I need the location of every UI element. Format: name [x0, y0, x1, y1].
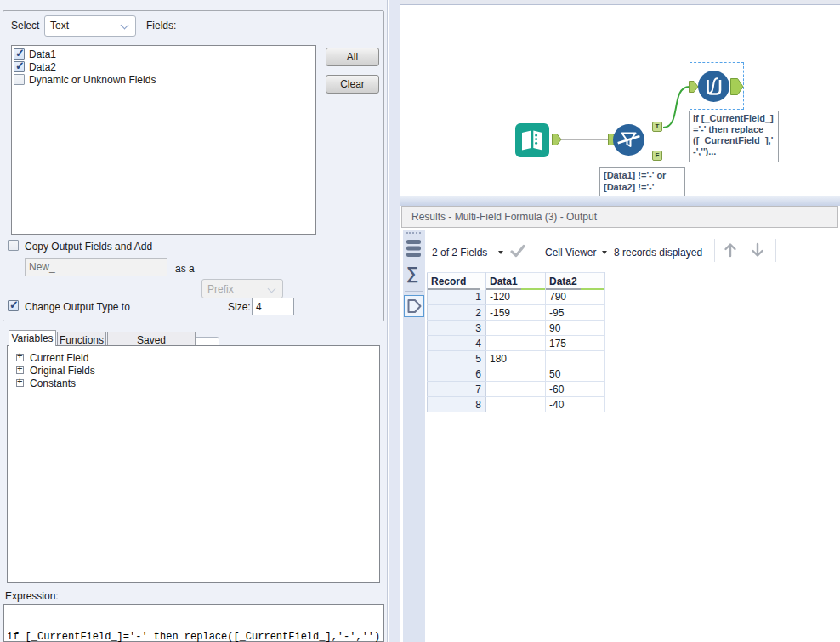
data-cell[interactable] [486, 321, 546, 336]
table-row[interactable]: 650 [428, 366, 605, 382]
size-input[interactable]: 4 [252, 298, 294, 315]
tree-expand-icon[interactable] [16, 366, 24, 374]
field-type-select[interactable]: Text [44, 15, 136, 37]
fields-listbox[interactable]: Data1 Data2 Dynamic or Unknown Fields [11, 45, 316, 235]
data-cell[interactable] [486, 366, 546, 382]
clear-button[interactable]: Clear [326, 75, 379, 94]
tree-expand-icon[interactable] [16, 354, 24, 361]
results-splitter-bar[interactable] [400, 196, 840, 206]
wire-filter-true-to-formula [663, 87, 690, 128]
panel-splitter[interactable] [389, 0, 400, 642]
data-cell[interactable]: -40 [546, 397, 605, 412]
table-row[interactable]: 5180 [428, 351, 605, 366]
data-cell[interactable]: 90 [546, 321, 605, 336]
results-table[interactable]: Record Data1 Data2 1-120790 2-159-95 390… [427, 272, 605, 412]
annotation-line: -','')... [693, 146, 775, 157]
table-row[interactable]: 2-159-95 [428, 305, 605, 321]
data-cell[interactable]: -95 [546, 305, 605, 321]
data-cell[interactable] [546, 351, 605, 366]
multi-field-formula-tool[interactable] [698, 71, 729, 102]
cell-viewer-dropdown[interactable]: Cell Viewer [545, 247, 596, 259]
layout-stack-icon[interactable] [406, 239, 423, 259]
table-row[interactable]: 7-60 [428, 382, 605, 397]
tab-variables[interactable]: Variables [9, 330, 56, 346]
data-cell[interactable]: 50 [546, 366, 605, 382]
copy-output-label: Copy Output Fields and Add [25, 241, 152, 253]
tree-item-constants[interactable]: Constants [16, 377, 379, 389]
tree-item-label: Constants [30, 378, 76, 389]
canvas-top-toolbar-edge [400, 0, 840, 5]
column-header-data1[interactable]: Data1 [486, 273, 546, 290]
data-cell[interactable] [486, 336, 546, 351]
filter-tool[interactable] [613, 124, 644, 156]
formula-annotation[interactable]: if [_CurrentField_] ='-' then replace ([… [689, 111, 779, 162]
input-data-output-anchor[interactable] [552, 134, 562, 145]
change-output-type-checkbox[interactable] [8, 300, 19, 311]
field-item-dynamic[interactable]: Dynamic or Unknown Fields [14, 73, 314, 86]
record-number-cell[interactable]: 8 [428, 397, 486, 412]
filter-false-anchor[interactable]: F [652, 151, 662, 161]
fields-summary-caret-icon[interactable] [498, 251, 503, 254]
type-underline-green [581, 288, 604, 290]
drag-grip-icon[interactable] [406, 232, 421, 234]
record-number-cell[interactable]: 7 [428, 382, 486, 397]
field-item-data1[interactable]: Data1 [14, 48, 314, 60]
data-cell[interactable]: -159 [486, 305, 546, 321]
annotation-line: [Data1] !='-' or [604, 169, 681, 181]
tab-functions[interactable]: Functions [57, 332, 106, 346]
data-view-toggle-selected[interactable] [404, 295, 424, 317]
apply-check-icon[interactable] [510, 244, 525, 258]
tree-item-current-field[interactable]: Current Field [16, 351, 379, 364]
cell-viewer-caret-icon[interactable] [602, 251, 607, 254]
all-button[interactable]: All [326, 48, 379, 66]
field-item-label: Data1 [29, 48, 56, 60]
data-cell[interactable]: -60 [546, 382, 605, 397]
column-header-data2[interactable]: Data2 [546, 273, 605, 290]
expression-line: if [_CurrentField_]='-' then replace([_C… [7, 631, 381, 642]
formula-output-anchor[interactable] [730, 78, 744, 95]
data-cell[interactable]: 790 [546, 290, 605, 305]
as-a-label: as a [175, 263, 195, 275]
input-data-tool[interactable] [515, 123, 549, 157]
record-number-cell[interactable]: 4 [428, 336, 486, 351]
record-number-cell[interactable]: 1 [428, 290, 486, 305]
fields-summary-dropdown[interactable]: 2 of 2 Fields [432, 247, 487, 259]
metadata-sigma-icon[interactable]: ∑ [406, 264, 422, 286]
scroll-down-arrow-icon[interactable] [751, 242, 764, 258]
table-row[interactable]: 8-40 [428, 397, 605, 412]
tree-item-original-fields[interactable]: Original Fields [16, 364, 379, 377]
filter-funnel-icon [613, 124, 644, 156]
scroll-up-arrow-icon[interactable] [724, 242, 737, 258]
records-displayed-text: 8 records displayed [614, 247, 702, 259]
record-number-cell[interactable]: 3 [428, 321, 486, 336]
data-cell[interactable] [486, 382, 546, 397]
field-item-data2[interactable]: Data2 [14, 60, 314, 73]
data-cell[interactable]: 180 [486, 351, 546, 366]
results-panel-header: Results - Multi-Field Formula (3) - Outp… [401, 206, 838, 228]
copy-output-checkbox[interactable] [8, 240, 19, 251]
record-number-cell[interactable]: 6 [428, 366, 486, 382]
record-number-cell[interactable]: 5 [428, 351, 486, 366]
toolbar-separator [714, 239, 715, 262]
tree-expand-icon[interactable] [16, 379, 24, 387]
record-number-cell[interactable]: 2 [428, 305, 486, 321]
prefix-suffix-select[interactable]: Prefix [201, 279, 283, 298]
column-header-record[interactable]: Record [428, 273, 486, 290]
table-row[interactable]: 4175 [428, 336, 605, 351]
new-field-prefix-input[interactable]: New_ [25, 258, 167, 276]
checkbox-checked-icon[interactable] [14, 48, 25, 60]
field-item-label: Data2 [29, 61, 56, 73]
checkbox-unchecked-icon[interactable] [14, 74, 25, 85]
table-row[interactable]: 1-120790 [428, 290, 605, 305]
expression-editor[interactable]: if [_CurrentField_]='-' then replace([_C… [3, 604, 384, 642]
table-row[interactable]: 390 [428, 321, 605, 336]
column-header-label: Record [431, 276, 466, 287]
workflow-canvas[interactable]: T F [Data1] !='-' or [Data2] !='-' if [_… [400, 6, 840, 196]
data-cell[interactable]: 175 [546, 336, 605, 351]
filter-annotation[interactable]: [Data1] !='-' or [Data2] !='-' [599, 167, 685, 199]
data-cell[interactable] [486, 397, 546, 412]
checkbox-checked-icon[interactable] [14, 61, 25, 72]
tab-saved-expressions[interactable]: Saved Expressions [107, 332, 196, 346]
filter-true-anchor[interactable]: T [652, 122, 662, 132]
data-cell[interactable]: -120 [486, 290, 546, 305]
